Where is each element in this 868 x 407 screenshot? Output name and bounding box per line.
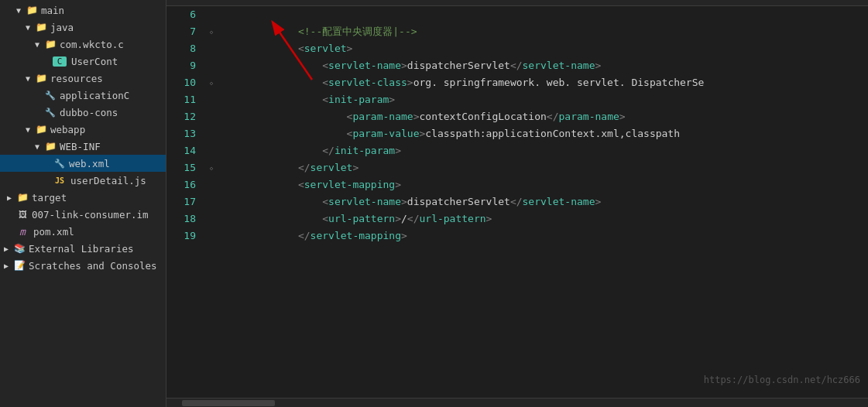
sidebar-item-com-wkcto[interactable]: ▼ 📁 com.wkcto.c (0, 36, 166, 53)
sidebar-item-usercont[interactable]: C UserCont (0, 53, 166, 70)
folder-icon: 📁 (43, 39, 57, 50)
arrow-icon: ▼ (31, 40, 43, 49)
line-num-14: 14 (166, 142, 196, 159)
sidebar-item-label: web.xml (69, 158, 110, 169)
folder-icon: 📁 (34, 124, 48, 135)
folder-icon: 📁 (15, 192, 29, 203)
pom-file-icon: m (15, 226, 29, 238)
arrow-icon: ▼ (31, 142, 43, 151)
sidebar-item-target[interactable]: ▶ 📁 target (0, 189, 166, 206)
gutter-cell-15[interactable]: ⬦ (204, 159, 219, 176)
ext-lib-icon: 📚 (12, 243, 26, 254)
scratches-icon: 📝 (12, 260, 26, 271)
editor-content: 6 7 8 9 10 11 12 13 14 15 16 17 18 19 ⬦ … (166, 6, 868, 398)
gutter-cell-9 (204, 57, 219, 74)
sidebar-item-label: userDetail.js (70, 175, 146, 186)
xml-file-icon: 🔧 (53, 159, 67, 169)
gutter-cell-8 (204, 40, 219, 57)
sidebar-item-label: WEB-INF (60, 141, 101, 152)
sidebar-item-main[interactable]: ▼ 📁 main (0, 2, 166, 19)
line-num-10: 10 (166, 74, 196, 91)
line-num-9: 9 (166, 57, 196, 74)
line-num-15: 15 (166, 159, 196, 176)
line-num-11: 11 (166, 91, 196, 108)
sidebar-item-web-xml[interactable]: 🔧 web.xml (0, 155, 166, 172)
code-comment: <!--配置中央调度器|--> (274, 26, 417, 37)
scrollbar-thumb[interactable] (182, 400, 275, 406)
gutter-cell-16 (204, 176, 219, 193)
line-num-17: 17 (166, 193, 196, 210)
line-numbers: 6 7 8 9 10 11 12 13 14 15 16 17 18 19 (166, 6, 204, 398)
sidebar: ▼ 📁 main ▼ 📁 java ▼ 📁 com.wkcto.c C User… (0, 0, 166, 407)
sidebar-item-label: applicationC (60, 90, 129, 101)
code-line-6: <!--配置中央调度器|--> (219, 6, 868, 23)
gutter-cell-18 (204, 210, 219, 227)
arrow-icon: ▶ (0, 262, 12, 270)
sidebar-item-pom-xml[interactable]: m pom.xml (0, 223, 166, 240)
gutter-cell-14 (204, 142, 219, 159)
js-file-icon: JS (53, 176, 67, 185)
gutter: ⬦ ⬦ ⬦ (204, 6, 219, 398)
sidebar-item-java[interactable]: ▼ 📁 java (0, 19, 166, 36)
gutter-cell-13 (204, 125, 219, 142)
line-num-12: 12 (166, 108, 196, 125)
watermark: https://blog.csdn.net/hcz666 (704, 375, 860, 385)
code-area[interactable]: <!--配置中央调度器|--> <servlet> <servlet-name>… (219, 6, 868, 398)
line-num-6: 6 (166, 6, 196, 23)
folder-icon: 📁 (43, 141, 57, 152)
gutter-cell-7[interactable]: ⬦ (204, 23, 219, 40)
sidebar-item-label: com.wkcto.c (60, 39, 124, 50)
sidebar-item-label: main (41, 5, 64, 16)
arrow-icon: ▶ (3, 193, 15, 202)
sidebar-item-label: java (50, 22, 74, 33)
sidebar-item-label: webapp (50, 124, 85, 135)
sidebar-item-scratches[interactable]: ▶ 📝 Scratches and Consoles (0, 257, 166, 274)
sidebar-item-label: resources (50, 73, 103, 84)
gutter-cell-6 (204, 6, 219, 23)
line-num-18: 18 (166, 210, 196, 227)
gutter-cell-10[interactable]: ⬦ (204, 74, 219, 91)
editor-scrollbar-top[interactable] (166, 0, 868, 6)
sidebar-item-webapp[interactable]: ▼ 📁 webapp (0, 121, 166, 138)
sidebar-item-label: Scratches and Consoles (29, 260, 157, 272)
gutter-cell-17 (204, 193, 219, 210)
line-num-7: 7 (166, 23, 196, 40)
folder-icon: 📁 (34, 73, 48, 84)
sidebar-item-label: UserCont (71, 56, 118, 67)
img-file-icon: 🖼 (15, 210, 29, 220)
sidebar-item-userdetail-js[interactable]: JS userDetail.js (0, 172, 166, 189)
sidebar-item-label: External Libraries (29, 243, 133, 255)
arrow-icon: ▼ (22, 74, 34, 83)
xml-file-icon: 🔧 (43, 91, 57, 101)
line-num-16: 16 (166, 176, 196, 193)
line-num-19: 19 (166, 227, 196, 245)
sidebar-item-external-libraries[interactable]: ▶ 📚 External Libraries (0, 240, 166, 257)
sidebar-item-dubbo-cons[interactable]: 🔧 dubbo-cons (0, 104, 166, 121)
sidebar-item-007-link-consumer[interactable]: 🖼 007-link-consumer.im (0, 206, 166, 223)
folder-icon: 📁 (34, 22, 48, 32)
gutter-cell-11 (204, 91, 219, 108)
arrow-icon: ▶ (0, 245, 12, 253)
editor-scrollbar-bottom[interactable] (166, 398, 868, 407)
line-num-8: 8 (166, 40, 196, 57)
sidebar-item-resources[interactable]: ▼ 📁 resources (0, 70, 166, 87)
gutter-cell-19 (204, 227, 219, 245)
java-file-icon: C (53, 56, 67, 67)
sidebar-item-label: dubbo-cons (60, 107, 118, 118)
sidebar-item-label: pom.xml (33, 226, 74, 238)
sidebar-tree: ▼ 📁 main ▼ 📁 java ▼ 📁 com.wkcto.c C User… (0, 0, 166, 407)
xml-file-icon: 🔧 (43, 108, 57, 118)
sidebar-item-label: 007-link-consumer.im (32, 209, 149, 221)
arrow-icon: ▼ (22, 125, 34, 134)
sidebar-item-web-inf[interactable]: ▼ 📁 WEB-INF (0, 138, 166, 155)
arrow-icon: ▼ (22, 23, 34, 32)
sidebar-item-applicationc[interactable]: 🔧 applicationC (0, 87, 166, 104)
gutter-cell-12 (204, 108, 219, 125)
editor-area: 6 7 8 9 10 11 12 13 14 15 16 17 18 19 ⬦ … (166, 0, 868, 407)
sidebar-item-label: target (32, 192, 67, 204)
arrow-icon: ▼ (12, 6, 25, 15)
folder-icon: 📁 (25, 5, 39, 15)
line-num-13: 13 (166, 125, 196, 142)
